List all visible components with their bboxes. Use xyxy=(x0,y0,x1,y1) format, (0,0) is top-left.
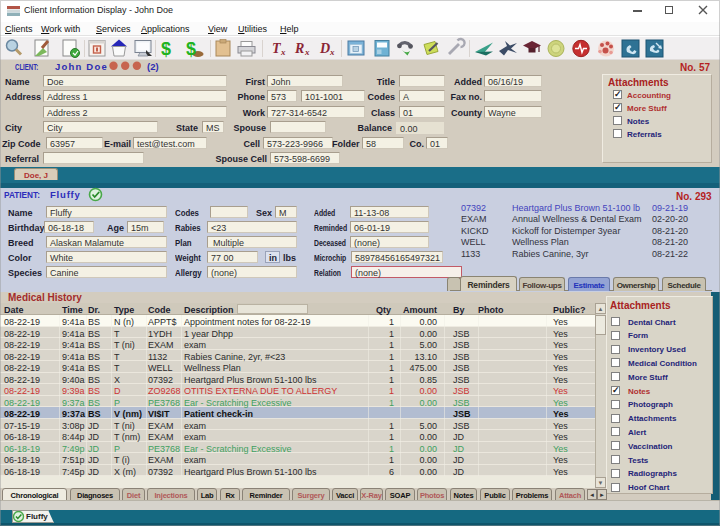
svg-text:R: R xyxy=(294,41,304,56)
svg-text:$: $ xyxy=(161,39,171,59)
svg-text:$: $ xyxy=(186,39,196,59)
svg-text:x: x xyxy=(329,47,335,57)
svg-text:D: D xyxy=(319,41,330,56)
svg-text:x: x xyxy=(304,47,310,57)
svg-text:x: x xyxy=(280,47,286,57)
